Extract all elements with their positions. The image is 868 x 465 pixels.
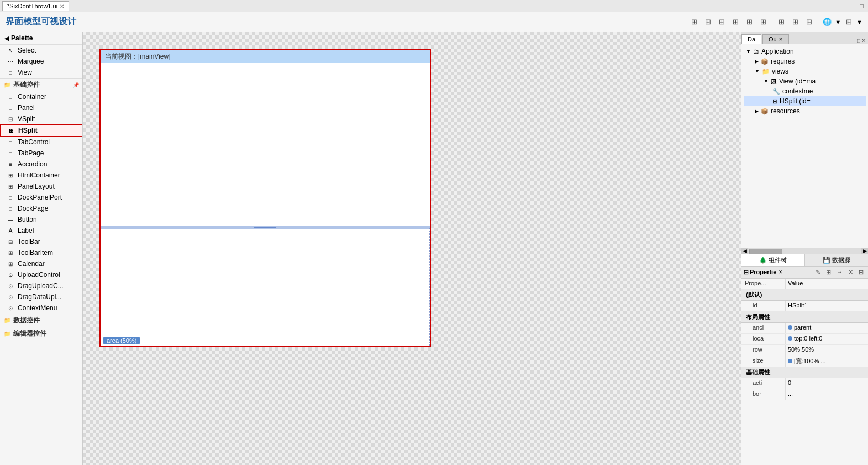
- palette-item-accordion[interactable]: ≡ Accordion: [0, 159, 82, 170]
- palette-item-uploadcontrol[interactable]: ⊙ UploadControl: [0, 269, 82, 280]
- palette-item-vsplit[interactable]: ⊟ VSplit: [0, 113, 82, 124]
- scroll-left-icon[interactable]: ◀: [741, 248, 748, 254]
- palette-item-panellayout[interactable]: ⊞ PanelLayout: [0, 181, 82, 192]
- toolbar-btn-7[interactable]: ⊞: [775, 16, 787, 28]
- palette-item-container[interactable]: □ Container: [0, 91, 82, 102]
- palette-item-view[interactable]: □ View: [0, 67, 82, 78]
- palette-label-tabcontrol: TabControl: [18, 138, 50, 146]
- palette-item-htmlcontainer[interactable]: ⊞ HtmlContainer: [0, 170, 82, 181]
- toolbar-btn-8[interactable]: ⊞: [789, 16, 801, 28]
- toolbar-btn-1[interactable]: ⊞: [688, 16, 700, 28]
- palette-label-label: Label: [18, 227, 34, 234]
- props-row-bor[interactable]: bor ...: [741, 389, 868, 400]
- toolbar-btn-11[interactable]: ⊞: [843, 16, 855, 28]
- tree-expand-view-main[interactable]: ▼: [764, 79, 769, 84]
- canvas-area[interactable]: 当前视图：[mainView] area (50%): [83, 32, 741, 465]
- tree-scroll-bar[interactable]: ◀ ▶: [741, 248, 868, 254]
- tree-expand-application[interactable]: ▼: [746, 49, 751, 54]
- palette-item-dockpage[interactable]: □ DockPage: [0, 203, 82, 214]
- props-toolbar-edit-icon[interactable]: ✎: [813, 268, 823, 277]
- props-value-size[interactable]: [宽:100% ...: [786, 356, 868, 367]
- props-group-basic: 基础属性: [741, 367, 868, 378]
- tree-item-view-main[interactable]: ▼ 🖼 View (id=ma: [744, 76, 866, 86]
- props-value-id[interactable]: HSplit1: [786, 301, 868, 311]
- props-row-acti[interactable]: acti 0: [741, 378, 868, 389]
- panel-maximize-icon[interactable]: □: [857, 38, 860, 44]
- props-value-acti[interactable]: 0: [786, 378, 868, 389]
- props-toolbar-close-icon[interactable]: ✕: [846, 268, 855, 277]
- palette-label-toolbaritem: ToolBarItem: [18, 249, 53, 257]
- tab-switch-data[interactable]: 💾 数据源: [805, 254, 868, 266]
- palette-item-draguploadc[interactable]: ⊙ DragUploadC...: [0, 280, 82, 291]
- tree-item-resources[interactable]: ▶ 📦 resources: [744, 106, 866, 116]
- props-toolbar-add-icon[interactable]: ⊞: [824, 268, 833, 277]
- palette-item-toolbar[interactable]: ⊟ ToolBar: [0, 236, 82, 247]
- palette-item-marquee[interactable]: ⋯ Marquee: [0, 56, 82, 67]
- props-value-loca[interactable]: top:0 left:0: [786, 334, 868, 344]
- palette-item-select[interactable]: ↖ Select: [0, 45, 82, 56]
- tab-ou-close-icon[interactable]: ✕: [778, 36, 783, 42]
- tab-ou[interactable]: Ou ✕: [762, 34, 789, 44]
- palette-item-panel[interactable]: □ Panel: [0, 102, 82, 113]
- props-group-layout: 布局属性: [741, 312, 868, 323]
- palette-section-basic-label: 基础控件: [13, 80, 40, 90]
- panel-close-icon[interactable]: ✕: [861, 38, 866, 44]
- props-table: Prope... Value (默认) id HSplit1 布局属性 ancl…: [741, 279, 868, 466]
- palette-item-calendar[interactable]: ⊞ Calendar: [0, 258, 82, 269]
- toolbar-btn-9[interactable]: ⊞: [803, 16, 815, 28]
- toolbar-btn-10[interactable]: 🌐: [821, 16, 833, 28]
- scroll-thumb[interactable]: [749, 249, 782, 254]
- palette-item-tabpage[interactable]: □ TabPage: [0, 148, 82, 159]
- toolbar-dropdown-2[interactable]: ▼: [856, 19, 862, 25]
- props-row-id[interactable]: id HSplit1: [741, 301, 868, 312]
- tab-switch-tree[interactable]: 🌲 组件树: [741, 254, 805, 266]
- props-row-loca[interactable]: loca top:0 left:0: [741, 334, 868, 345]
- palette-item-dragdataup[interactable]: ⊙ DragDataUpl...: [0, 291, 82, 302]
- minimize-icon[interactable]: —: [845, 3, 855, 9]
- toolbar-btn-5[interactable]: ⊞: [743, 16, 755, 28]
- tree-item-requires[interactable]: ▶ 📦 requires: [744, 56, 866, 66]
- palette-item-dockpanelport[interactable]: □ DockPanelPort: [0, 192, 82, 203]
- tab-da[interactable]: Da: [741, 34, 761, 44]
- palette-section-basic[interactable]: 📁 基础控件 📌: [0, 78, 82, 91]
- tree-item-contextme[interactable]: 🔧 contextme: [744, 86, 866, 96]
- container-icon: □: [7, 93, 14, 101]
- tree-expand-views[interactable]: ▼: [755, 69, 760, 74]
- palette-section-data[interactable]: 📁 数据控件: [0, 314, 82, 327]
- restore-icon[interactable]: □: [858, 3, 866, 9]
- toolbar-btn-2[interactable]: ⊞: [702, 16, 714, 28]
- props-header-row: Prope... Value: [741, 279, 868, 290]
- section-data-icon: 📁: [3, 317, 11, 325]
- props-row-size[interactable]: size [宽:100% ...: [741, 356, 868, 367]
- toolbar-dropdown-1[interactable]: ▼: [835, 19, 841, 25]
- toolbar-sep-2: [818, 17, 818, 27]
- tree-expand-requires[interactable]: ▶: [755, 59, 759, 64]
- palette-section-editor[interactable]: 📁 编辑器控件: [0, 327, 82, 340]
- toolbar-btn-3[interactable]: ⊞: [716, 16, 728, 28]
- tab-sixdontthrow[interactable]: *SixDontThrow1.ui ✕: [2, 1, 69, 11]
- toolbar-btn-4[interactable]: ⊞: [729, 16, 741, 28]
- props-row-ancl[interactable]: ancl parent: [741, 323, 868, 334]
- scroll-right-icon[interactable]: ▶: [861, 248, 868, 254]
- tree-item-application[interactable]: ▼ 🗂 Application: [744, 46, 866, 56]
- props-close-x-icon[interactable]: ✕: [778, 269, 783, 275]
- palette-item-contextmenu[interactable]: ⊙ ContextMenu: [0, 302, 82, 314]
- props-row-row[interactable]: row 50%,50%: [741, 345, 868, 356]
- palette-item-hsplit[interactable]: ⊞ HSplit: [0, 124, 82, 137]
- props-toolbar-minus-icon[interactable]: ⊟: [856, 268, 866, 277]
- palette-item-tabcontrol[interactable]: □ TabControl: [0, 137, 82, 148]
- props-toolbar-arrow-icon[interactable]: →: [834, 268, 845, 277]
- toolbar-btn-6[interactable]: ⊞: [757, 16, 769, 28]
- tree-expand-resources[interactable]: ▶: [755, 108, 759, 114]
- props-value-row[interactable]: 50%,50%: [786, 345, 868, 356]
- palette-item-button[interactable]: — Button: [0, 214, 82, 225]
- palette-arrow-icon[interactable]: ◀: [4, 35, 9, 41]
- tree-item-hsplit[interactable]: ⊞ HSplit (id=: [744, 96, 866, 106]
- tab-close-icon[interactable]: ✕: [60, 3, 64, 9]
- props-value-bor[interactable]: ...: [786, 389, 868, 400]
- tree-label-views: views: [772, 67, 788, 75]
- props-value-ancl[interactable]: parent: [786, 323, 868, 333]
- palette-item-label[interactable]: A Label: [0, 225, 82, 236]
- palette-item-toolbaritem[interactable]: ⊞ ToolBarItem: [0, 247, 82, 258]
- tree-item-views[interactable]: ▼ 📁 views: [744, 66, 866, 76]
